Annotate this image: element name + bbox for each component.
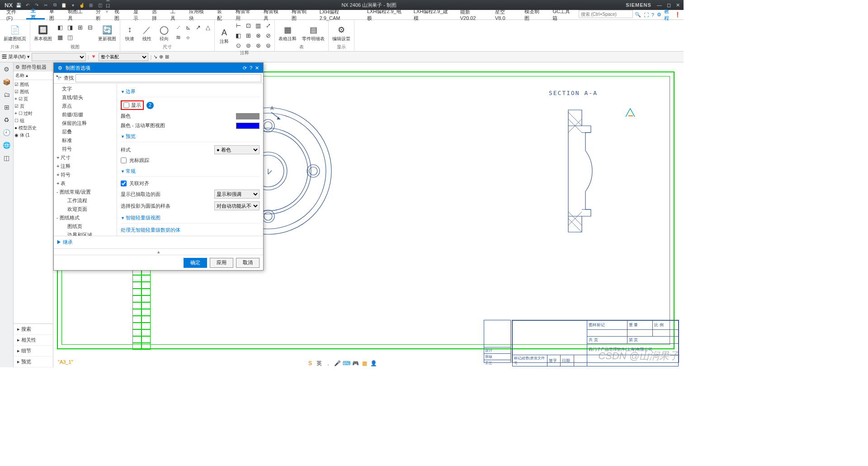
dialog-tree-item[interactable]: 文字 xyxy=(54,85,117,93)
ribbon-small-icon[interactable]: ◧ xyxy=(56,23,65,32)
filter-select[interactable] xyxy=(32,53,86,61)
tab-11[interactable]: 梅雷常用 xyxy=(231,10,259,19)
dialog-tree-item[interactable]: 工作流程 xyxy=(54,196,117,205)
tree-item[interactable]: ● 模型历史 xyxy=(14,124,52,132)
dialog-tree-item[interactable]: + 尺寸 xyxy=(54,153,117,162)
ribbon-button[interactable]: ／线性 xyxy=(139,23,155,42)
ok-button[interactable]: 确定 xyxy=(184,258,207,268)
tab-16[interactable]: LXH编程2.9_建模 xyxy=(409,10,456,19)
dialog-search-input[interactable] xyxy=(75,74,261,82)
ime-label[interactable]: 英 xyxy=(316,360,322,366)
tree-item[interactable]: ☐ 组 xyxy=(14,117,52,124)
ribbon-small-icon[interactable]: ⊟ xyxy=(85,23,94,32)
ribbon-small-icon[interactable]: ⤢ xyxy=(264,21,273,30)
dialog-tree-item[interactable]: + 注释 xyxy=(54,162,117,171)
tab-1[interactable]: 主页 xyxy=(26,10,45,19)
exclaim-icon[interactable]: ❗ xyxy=(675,12,681,18)
fullscreen-icon[interactable]: ⛶ xyxy=(644,12,649,18)
tab-15[interactable]: LXH编程2.9_电极 xyxy=(363,10,409,19)
menu-dropdown[interactable]: ☰ 菜单(M) ▾ xyxy=(2,53,30,60)
tree-item[interactable]: ◉ 体 (1 xyxy=(14,132,52,139)
ribbon-button[interactable]: ▤零件明细表 xyxy=(300,23,326,42)
role-icon[interactable]: ◫ xyxy=(2,153,12,163)
ribbon-small-icon[interactable]: ⊚ xyxy=(244,41,253,50)
cut-icon[interactable]: ✂ xyxy=(42,2,49,8)
tab-5[interactable]: 视图 xyxy=(110,10,128,19)
ribbon-button[interactable]: A注释 xyxy=(217,26,232,45)
constraint-icon[interactable]: ⊞ xyxy=(2,102,12,112)
ribbon-small-icon[interactable]: ⊛ xyxy=(254,41,263,50)
window-icon[interactable]: ⊞ xyxy=(88,2,94,8)
dialog-tree-item[interactable]: + 符号 xyxy=(54,171,117,179)
tab-0[interactable]: 文件(F) xyxy=(2,10,26,19)
tab-3[interactable]: 制图工具 xyxy=(63,10,91,19)
ribbon-button[interactable]: ▦表格注释 xyxy=(277,23,298,42)
person-icon[interactable]: 👤 xyxy=(370,360,377,366)
save-icon[interactable]: 💾 xyxy=(15,2,22,8)
navigator-tree[interactable]: ☑ 图纸 ☑ 图纸 + ☑ 页 ☑ 页+ ☐ 过时☐ 组● 模型历史 ◉ 体 (… xyxy=(14,80,53,323)
tutorial-link[interactable]: 教程 xyxy=(664,8,672,22)
dialog-tree-item[interactable]: 图纸页 xyxy=(54,222,117,231)
tree-item[interactable]: + ☑ 页 xyxy=(14,95,52,103)
tab-2[interactable]: 草图 xyxy=(45,10,63,19)
ribbon-small-icon[interactable]: ⟋ xyxy=(174,23,183,32)
dialog-tree-item[interactable]: + 表 xyxy=(54,179,117,188)
style-select[interactable]: ● 着色 xyxy=(214,145,259,154)
cursor-track-checkbox[interactable] xyxy=(121,157,127,163)
tree-item[interactable]: ☑ 图纸 xyxy=(14,88,52,95)
ribbon-small-icon[interactable]: ⊘ xyxy=(264,31,273,40)
tab-19[interactable]: 模圣制图 xyxy=(520,10,548,19)
ribbon-small-icon[interactable]: ⊡ xyxy=(244,21,253,30)
ribbon-small-icon[interactable]: ▥ xyxy=(254,21,263,30)
dialog-tree-item[interactable]: 原点 xyxy=(54,102,117,110)
command-search-input[interactable] xyxy=(579,10,633,18)
ribbon-small-icon[interactable]: ⊾ xyxy=(184,23,193,32)
ribbon-small-icon[interactable]: ⊜ xyxy=(264,41,273,50)
tree-item[interactable]: ☑ 图纸 xyxy=(14,81,52,88)
dialog-tree-item[interactable]: - 图纸常规/设置 xyxy=(54,188,117,196)
reuse-icon[interactable]: ♻ xyxy=(2,115,12,125)
ribbon-button[interactable]: 📄新建图纸页 xyxy=(2,23,28,42)
help-icon[interactable]: ? xyxy=(651,12,654,18)
dialog-close-icon[interactable]: ✕ xyxy=(254,65,260,71)
window-dropdown[interactable]: 窗口▾ xyxy=(106,2,112,8)
ribbon-small-icon[interactable]: ⊞ xyxy=(244,31,253,40)
accordion-搜索[interactable]: ▸ 搜索 xyxy=(14,324,53,335)
dialog-tree[interactable]: 文字直线/箭头原点前缀/后缀保留的注释层叠标准符号+ 尺寸+ 注释+ 符号+ 表… xyxy=(54,84,117,236)
ribbon-small-icon[interactable]: ◧ xyxy=(234,31,243,40)
ribbon-button[interactable]: 🔲基本视图 xyxy=(32,23,54,42)
inherit-section[interactable]: ▶ 继承 xyxy=(54,236,263,249)
show-border-checkbox[interactable] xyxy=(123,102,129,108)
active-color-swatch[interactable] xyxy=(236,123,259,129)
accordion-相关性[interactable]: ▸ 相关性 xyxy=(14,335,53,346)
ribbon-small-icon[interactable]: ⊗ xyxy=(254,31,263,40)
dialog-tree-item[interactable]: 欢迎页面 xyxy=(54,205,117,214)
browser-icon[interactable]: 🌐 xyxy=(2,140,12,150)
dialog-tree-item[interactable]: 前缀/后缀 xyxy=(54,110,117,119)
tool-icon-2[interactable]: ⊕ xyxy=(159,54,163,60)
tool-icon[interactable]: ↘ xyxy=(153,54,157,60)
ribbon-small-icon[interactable]: ◫ xyxy=(66,33,75,42)
tool-icon-3[interactable]: ⊞ xyxy=(165,54,169,60)
ribbon-small-icon[interactable]: ⊢ xyxy=(234,21,243,30)
tree-item[interactable]: + ☐ 过时 xyxy=(14,110,52,117)
ribbon-button[interactable]: ↕快速 xyxy=(122,23,137,42)
ribbon-small-icon[interactable]: ⊙ xyxy=(234,41,243,50)
sogou-icon[interactable]: S xyxy=(307,360,313,366)
help-icon[interactable]: ? xyxy=(248,65,254,71)
extract-select[interactable]: 显示和强调 xyxy=(214,190,259,199)
history-icon[interactable]: 🕘 xyxy=(2,128,12,138)
ribbon-small-icon[interactable]: ↗ xyxy=(193,23,203,32)
close-icon[interactable]: ✕ xyxy=(674,2,682,8)
ribbon-small-icon[interactable]: ◨ xyxy=(66,23,75,32)
ribbon-small-icon[interactable]: ≋ xyxy=(174,33,183,42)
assoc-align-checkbox[interactable] xyxy=(121,181,127,186)
settings-icon[interactable]: ⚙ xyxy=(657,12,661,18)
ribbon-button[interactable]: 🔄更新视图 xyxy=(96,23,118,42)
game-icon[interactable]: 🎮 xyxy=(352,360,359,366)
apply-button[interactable]: 应用 xyxy=(210,258,233,268)
assembly-select[interactable]: 整个装配 xyxy=(99,53,148,61)
assembly-nav-icon[interactable]: 🗂 xyxy=(2,90,12,100)
dialog-tree-item[interactable]: 层叠 xyxy=(54,128,117,136)
proj-select[interactable]: 对自动功能从不 xyxy=(214,201,259,210)
